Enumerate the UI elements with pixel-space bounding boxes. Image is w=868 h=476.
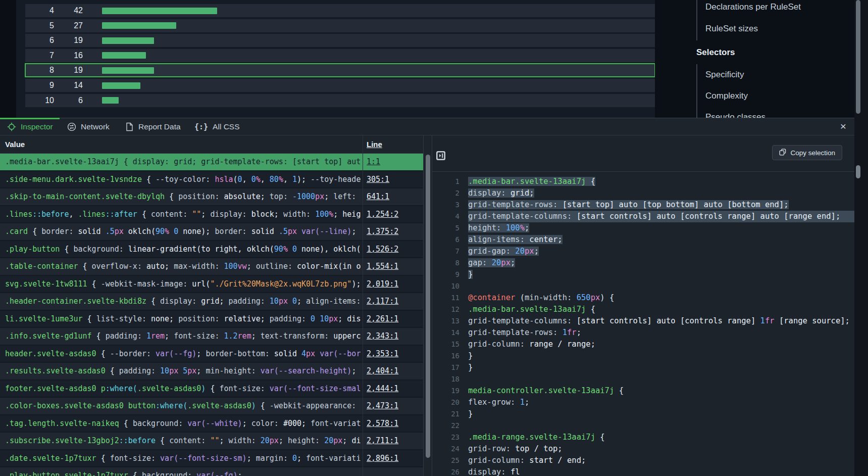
tab-all-css[interactable]: {:}All CSS [194, 118, 240, 135]
column-header-line[interactable]: Line [367, 135, 382, 154]
code-body[interactable]: 1.media-bar.svelte-13aai7j {2 display: g… [432, 176, 854, 476]
code-token: .card [5, 227, 28, 236]
table-row[interactable]: .color-boxes.svelte-asdas0 button:where(… [0, 398, 423, 415]
line-link[interactable]: 1:1 [367, 154, 380, 170]
table-row[interactable]: .table-container { overflow-x: auto; max… [0, 258, 423, 276]
line-link[interactable]: 2,896:1 [367, 450, 398, 466]
rule-value-cell: .lines::before, .lines::after { content:… [5, 206, 361, 222]
code-token: li.svelte-1ume3ur [5, 314, 83, 323]
close-icon[interactable]: × [840, 119, 846, 133]
code-token: ; [196, 349, 206, 358]
page-gutter [0, 0, 16, 118]
tab-report-data[interactable]: Report Data [125, 118, 181, 135]
chart-row[interactable]: 527 [25, 19, 655, 32]
table-row-selected[interactable]: .media-bar.svelte-13aai7j { display: gri… [0, 154, 423, 171]
table-row[interactable]: .skip-to-main-content.svelte-dbylqh { po… [0, 188, 423, 206]
code-token: .info.svelte-gd1unf [5, 331, 92, 341]
table-row[interactable]: svg.svelte-1tw8111 { -webkit-mask-image:… [0, 276, 423, 294]
nav-item-complexity[interactable]: Complexity [705, 91, 748, 101]
line-link[interactable]: 2,343:1 [367, 328, 398, 344]
code-token: grid-template-columns: [468, 316, 577, 325]
table-row[interactable]: .tag.length.svelte-naikeq { background: … [0, 415, 423, 433]
line-link[interactable]: 641:1 [367, 188, 389, 205]
code-viewer: Copy selection 1.media-bar.svelte-13aai7… [432, 135, 854, 476]
code-token: , [261, 175, 270, 184]
table-row[interactable]: .play-button.svelte-1p7tuxr { background… [0, 467, 423, 476]
chart-row[interactable]: 442 [25, 4, 655, 17]
chart-row-label: 4 [25, 6, 54, 15]
code-token: 20 [515, 247, 525, 256]
line-number: 18 [432, 373, 464, 385]
chart-row[interactable]: 914 [25, 79, 655, 92]
code-token: grid-column: [468, 456, 529, 465]
rule-value-cell: .info.svelte-gd1unf { padding: 1rem; fon… [5, 328, 361, 344]
line-link[interactable]: 2,404:1 [367, 363, 398, 379]
chart-row[interactable]: 106 [25, 94, 655, 107]
line-link[interactable]: 1,554:1 [367, 258, 398, 274]
table-row[interactable]: .subscribe.svelte-13gboj2::before { cont… [0, 433, 423, 450]
chart-row-selected[interactable]: 819 [25, 64, 655, 77]
line-link[interactable]: 2,261:1 [367, 311, 398, 327]
code-token: upperc… [333, 331, 361, 341]
chart-row[interactable]: 619 [25, 34, 655, 47]
table-scrollbar-thumb[interactable] [426, 155, 430, 458]
code-token: color: [251, 419, 283, 428]
code-token: center; [529, 235, 562, 244]
report-nav-sidebar: Declarations per RuleSetRuleSet sizesSel… [655, 0, 854, 118]
code-token: .media-range.svelte-13aai7j [468, 433, 595, 442]
table-row[interactable]: .info.svelte-gd1unf { padding: 1rem; fon… [0, 328, 423, 346]
line-link[interactable]: 305:1 [367, 171, 389, 187]
rule-value-cell: .play-button.svelte-1p7tuxr { background… [5, 467, 361, 476]
table-row[interactable]: .header-container.svelte-kbdi8z { displa… [0, 293, 423, 311]
nav-item-ruleset-sizes[interactable]: RuleSet sizes [705, 24, 758, 34]
code-line: 1.media-bar.svelte-13aai7j { [432, 176, 854, 187]
code-token: :where( [156, 401, 187, 410]
line-link[interactable]: 1,254:2 [367, 206, 398, 222]
table-row[interactable]: .side-menu.dark.svelte-1vsndze { --toy-c… [0, 171, 423, 189]
nav-item-pseudo-classes[interactable]: Pseudo classes [705, 112, 765, 118]
code-scrollbar-thumb[interactable] [856, 165, 860, 178]
table-row[interactable]: .date.svelte-1p7tuxr { font-size: var(--… [0, 450, 423, 468]
selection-highlight: } [468, 270, 473, 279]
table-row[interactable]: .results.svelte-asdas0 { padding: 10px 5… [0, 363, 423, 380]
code-token: auto; [146, 262, 174, 271]
line-link[interactable]: 2,711:1 [367, 433, 398, 449]
copy-selection-button[interactable]: Copy selection [772, 145, 842, 160]
code-line: 16 } [432, 350, 854, 362]
code-token: grid-template-rows: [468, 328, 563, 337]
chart-row-count: 16 [54, 51, 83, 60]
line-link[interactable]: 2,019:1 [367, 276, 398, 292]
code-token: none), oklch(… [297, 245, 361, 254]
code-text: grid-template-columns: [start controls] … [468, 211, 854, 222]
chart-row[interactable]: 716 [25, 49, 655, 62]
tab-network[interactable]: Network [67, 118, 110, 135]
nav-item-declarations-per-ruleset[interactable]: Declarations per RuleSet [705, 2, 801, 12]
page-scrollbar-thumb[interactable] [856, 0, 860, 114]
code-token: rem [151, 331, 165, 341]
line-link[interactable]: 2,473:1 [367, 398, 398, 414]
chart-row-label: 5 [25, 21, 54, 30]
line-link[interactable]: 2,444:1 [367, 380, 398, 397]
panel-toggle-icon[interactable] [436, 151, 445, 160]
table-row[interactable]: footer.svelte-asdas0 p:where(.svelte-asd… [0, 380, 423, 398]
line-link[interactable]: 1,375:2 [367, 223, 398, 240]
table-row[interactable]: .card { border: solid .5px oklch(90% 0 n… [0, 223, 423, 241]
line-link[interactable]: 2,578:1 [367, 415, 398, 432]
tab-inspector[interactable]: Inspector [7, 118, 53, 135]
code-token: .media-bar.svelte-13aai7j [468, 177, 586, 186]
table-row[interactable]: .play-button { background: linear-gradie… [0, 241, 423, 259]
code-token: font-size: [219, 384, 269, 393]
table-row[interactable]: li.svelte-1ume3ur { list-style: none; po… [0, 311, 423, 328]
page-scrollbar[interactable] [854, 0, 868, 476]
code-token: ; [510, 258, 515, 267]
code-token: ; [324, 192, 333, 201]
table-row[interactable]: .lines::before, .lines::after { content:… [0, 206, 423, 224]
line-link[interactable]: 1,526:2 [367, 241, 398, 257]
table-scrollbar[interactable] [423, 135, 432, 476]
nav-item-specificity[interactable]: Specificity [705, 70, 744, 80]
code-token: height: [468, 223, 506, 232]
line-link[interactable]: 2,117:1 [367, 293, 398, 309]
line-link[interactable]: 2,353:1 [367, 346, 398, 362]
table-row[interactable]: header.svelte-asdas0 { --border: var(--f… [0, 346, 423, 363]
code-token [297, 227, 301, 236]
